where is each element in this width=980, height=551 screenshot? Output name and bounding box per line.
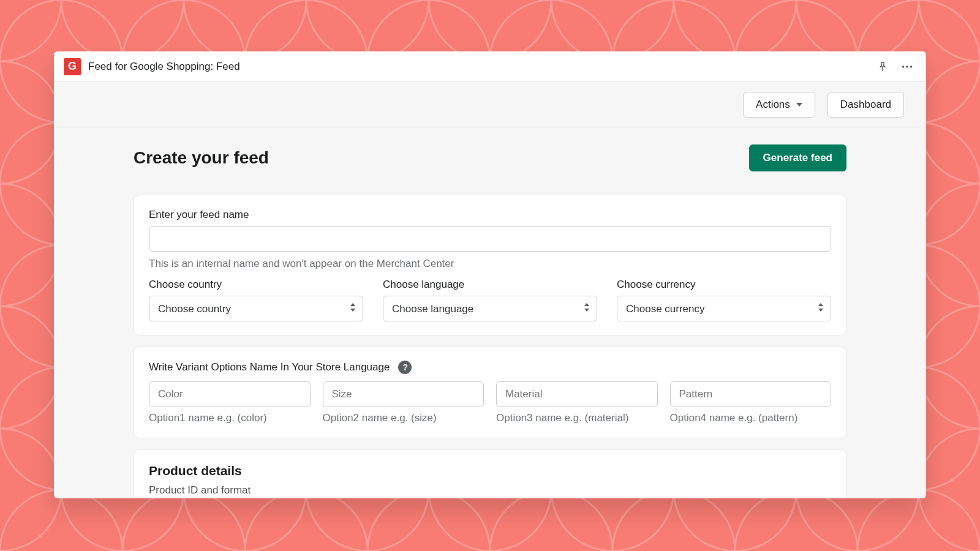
currency-label: Choose currency — [617, 279, 831, 291]
variant-option4-input[interactable] — [670, 381, 832, 407]
svg-point-8 — [906, 66, 908, 68]
variant-options-card: Write Variant Options Name In Your Store… — [134, 347, 846, 438]
page-header: Create your feed Generate feed — [134, 144, 846, 171]
svg-point-9 — [910, 66, 913, 68]
actions-button[interactable]: Actions — [743, 92, 815, 118]
country-label: Choose country — [149, 279, 363, 291]
dashboard-button-label: Dashboard — [840, 99, 891, 111]
pin-icon[interactable] — [875, 59, 891, 75]
variant-option1-input[interactable] — [149, 381, 311, 407]
product-details-title: Product details — [149, 463, 831, 478]
variant-option2-hint: Option2 name e.g. (size) — [323, 412, 484, 424]
language-label: Choose language — [383, 279, 597, 291]
language-select[interactable]: Choose language — [383, 296, 597, 321]
generate-feed-label: Generate feed — [763, 152, 832, 164]
app-window: G Feed for Google Shopping: Feed Actions… — [54, 51, 926, 498]
page-title: Create your feed — [134, 148, 269, 168]
product-details-sub: Product ID and format — [149, 484, 831, 497]
help-icon[interactable]: ? — [398, 361, 412, 374]
more-icon[interactable] — [898, 58, 916, 76]
variant-option3-hint: Option3 name e.g. (material) — [496, 412, 658, 424]
feed-name-hint: This is an internal name and won't appea… — [149, 258, 831, 270]
country-select[interactable]: Choose country — [149, 296, 363, 321]
product-details-card: Product details Product ID and format — [134, 449, 846, 498]
actions-button-label: Actions — [756, 99, 790, 111]
feed-name-input[interactable] — [149, 226, 831, 252]
app-title: Feed for Google Shopping: Feed — [88, 61, 240, 73]
variant-option1-hint: Option1 name e.g. (color) — [149, 412, 311, 424]
feed-name-label: Enter your feed name — [149, 209, 831, 221]
toolbar: Actions Dashboard — [54, 82, 926, 127]
dashboard-button[interactable]: Dashboard — [827, 92, 904, 118]
svg-point-7 — [902, 66, 905, 68]
content-area: Create your feed Generate feed Enter you… — [54, 127, 926, 498]
variant-option4-hint: Option4 name e.g. (pattern) — [670, 412, 832, 424]
variant-heading: Write Variant Options Name In Your Store… — [149, 361, 390, 373]
titlebar: G Feed for Google Shopping: Feed — [54, 51, 926, 82]
generate-feed-button[interactable]: Generate feed — [749, 144, 846, 171]
feed-settings-card: Enter your feed name This is an internal… — [134, 195, 846, 335]
app-logo-icon: G — [64, 58, 81, 75]
currency-select[interactable]: Choose currency — [617, 296, 831, 321]
variant-option3-input[interactable] — [496, 381, 658, 407]
caret-down-icon — [796, 99, 802, 111]
variant-option2-input[interactable] — [323, 381, 484, 407]
